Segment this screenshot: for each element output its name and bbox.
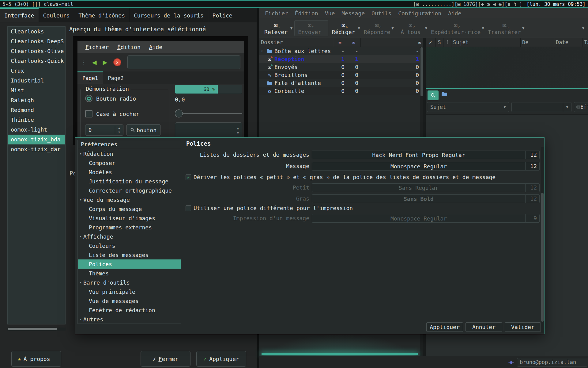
theme-tab[interactable]: Curseurs de la souris: [130, 8, 208, 22]
folder-row[interactable]: ▾ Réception 1 1 1: [259, 55, 423, 63]
claws-menu[interactable]: Vue: [322, 10, 338, 17]
column-folder[interactable]: Dossier: [259, 38, 333, 47]
bold-font-button[interactable]: Sans Bold 12: [312, 194, 540, 203]
quicksearch-input[interactable]: ▼: [511, 102, 571, 112]
tree-expander-icon[interactable]: ▾: [80, 235, 83, 239]
spin-button[interactable]: 0 ▲▼: [85, 125, 123, 136]
radio-button[interactable]: [85, 95, 92, 102]
theme-tab[interactable]: Thème d'icônes: [74, 8, 130, 22]
theme-list-item[interactable]: Clearlooks: [8, 27, 65, 36]
column-new[interactable]: ✉: [347, 38, 361, 47]
column-date[interactable]: Date: [554, 38, 582, 47]
theme-list-item[interactable]: oomox-tizix_bda: [8, 135, 65, 144]
folder-row[interactable]: ▾ Envoyés 0 0 0: [259, 63, 423, 71]
preview-menu[interactable]: Aide: [146, 44, 165, 50]
column-unread[interactable]: ✉: [333, 38, 347, 47]
theme-list-item[interactable]: Mist: [8, 86, 65, 95]
dropdown-arrow-icon[interactable]: ▼: [482, 26, 484, 30]
preview-tab[interactable]: Page1: [77, 71, 103, 84]
folder-list-font-button[interactable]: Hack Nerd Font Propo Regular 12: [312, 151, 540, 159]
message-font-button[interactable]: Monospace Regular 12: [312, 162, 540, 171]
account-selector[interactable]: bruno@pop.izia.lan: [517, 358, 587, 366]
claws-menu[interactable]: Édition: [292, 10, 321, 17]
toolbar-button[interactable]: Expéditeur·rice ▼: [429, 21, 486, 36]
toolbar-button[interactable]: Rédiger ▼: [328, 21, 362, 36]
expander-icon[interactable]: ▾: [261, 49, 265, 53]
combo-box[interactable]: ▲▼: [175, 122, 242, 140]
theme-tab[interactable]: Couleurs: [39, 8, 74, 22]
folder-row[interactable]: ▾ Corbeille 0 0 0: [259, 87, 423, 95]
message-list-empty[interactable]: [426, 47, 588, 89]
close-button[interactable]: ✗ Fermer: [141, 351, 190, 367]
close-icon[interactable]: ×: [113, 58, 121, 66]
theme-list-item[interactable]: ThinIce: [8, 115, 65, 125]
about-button[interactable]: ★ À propos: [11, 351, 61, 367]
prefs-tree-item[interactable]: ▾ Thèmes: [78, 269, 181, 278]
slider-handle[interactable]: [175, 109, 183, 117]
theme-list-item[interactable]: Redmond: [8, 105, 65, 115]
column-from[interactable]: De: [521, 38, 554, 47]
dropdown-arrow-icon[interactable]: ▼: [290, 26, 292, 30]
preview-menu[interactable]: Fichier: [82, 44, 112, 50]
folder-row[interactable]: ▾ Brouillons 0 0 0: [259, 71, 423, 79]
scrollbar-thumb[interactable]: [541, 193, 544, 322]
claws-menu[interactable]: Fichier: [262, 10, 291, 17]
prefs-tree-item[interactable]: ▾ Correcteur orthographique: [78, 186, 181, 195]
prefs-cancel-button[interactable]: Annuler: [466, 322, 502, 332]
derive-fonts-checkbox[interactable]: ✓: [186, 174, 191, 180]
theme-list[interactable]: ClearlooksClearlooks-DeepSClearlooks-Oli…: [7, 26, 66, 324]
theme-list-item[interactable]: Industrial: [8, 76, 65, 86]
theme-list-item[interactable]: Clearlooks-Olive: [8, 46, 65, 56]
prefs-tree-item[interactable]: ▾ Vue principale: [78, 287, 181, 296]
tree-expander-icon[interactable]: ▾: [80, 152, 83, 156]
quicksearch-clear-button[interactable]: Eff: [574, 102, 588, 112]
prefs-tree-item[interactable]: ▾ Liste des messages: [78, 250, 181, 259]
dropdown-arrow-icon[interactable]: ▼: [522, 26, 524, 30]
column-size[interactable]: Ta: [582, 38, 588, 47]
dropdown-arrow-icon[interactable]: ▼: [391, 26, 394, 30]
claws-menu[interactable]: Aide: [445, 10, 464, 17]
theme-list-item[interactable]: Raleigh: [8, 95, 65, 105]
toolbar-overflow-arrow-icon[interactable]: ▼: [582, 26, 586, 30]
column-status[interactable]: S: [435, 38, 443, 47]
prefs-tree-item[interactable]: ▾ Justification du message: [78, 177, 181, 186]
prefs-tree-item[interactable]: ▾ Corps du message: [78, 204, 181, 213]
apply-button[interactable]: ✓ Appliquer: [196, 351, 246, 367]
spin-arrows[interactable]: ▲▼: [115, 126, 123, 134]
column-total[interactable]: ✉: [361, 38, 423, 47]
folder-row[interactable]: ▾ Boîte aux lettres - - -: [259, 47, 423, 55]
column-mark[interactable]: ✓: [426, 38, 435, 47]
toolbar-button[interactable]: À tous ▼: [396, 21, 429, 36]
prefs-tree-item[interactable]: ▾ Visualiseur d'images: [78, 213, 181, 223]
toolbar-button[interactable]: Envoyer ▼: [294, 20, 328, 36]
prefs-tree-item[interactable]: ▾ Barre d'outils: [78, 278, 181, 287]
quicksearch-mode-select[interactable]: Sujet ▼: [427, 102, 509, 112]
preview-text-entry[interactable]: [127, 55, 240, 69]
theme-list-item[interactable]: oomox-light: [8, 125, 65, 135]
prefs-tree-item[interactable]: ▾ Autres: [78, 315, 181, 324]
dropdown-arrow-icon[interactable]: ▼: [425, 26, 427, 30]
prefs-tree-item[interactable]: ▾ Programmes externes: [78, 223, 181, 232]
prefs-tree-item[interactable]: ▾ Polices: [78, 259, 181, 269]
tree-expander-icon[interactable]: ▾: [80, 281, 83, 285]
prefs-tree-item[interactable]: ▾ Composer: [78, 158, 181, 167]
chevron-down-icon[interactable]: ▼: [563, 102, 571, 112]
preview-tab[interactable]: Page2: [103, 71, 128, 84]
theme-list-item[interactable]: Clearlooks-Quick: [8, 56, 65, 66]
scrollbar-thumb[interactable]: [8, 328, 57, 330]
prefs-tree-item[interactable]: ▾ Couleurs: [78, 241, 181, 250]
prefs-tree-scrollbar[interactable]: [541, 147, 544, 333]
dropdown-arrow-icon[interactable]: ▼: [358, 26, 360, 30]
prefs-tree-item[interactable]: ▾ Vue du message: [78, 195, 181, 204]
quicksearch-button[interactable]: [428, 90, 439, 100]
print-font-checkbox[interactable]: [186, 205, 191, 211]
toolbar-button[interactable]: Répondre ▼: [362, 21, 396, 36]
column-subject[interactable]: Sujet: [451, 38, 521, 47]
theme-tab[interactable]: Police: [208, 8, 237, 22]
forward-arrow-icon[interactable]: ▶: [103, 58, 107, 67]
demo-button[interactable]: bouton: [126, 124, 160, 136]
prefs-ok-button[interactable]: Valider: [505, 322, 541, 332]
tree-expander-icon[interactable]: ▾: [80, 317, 83, 321]
prefs-tree-item[interactable]: ▾ Rédaction: [78, 149, 181, 158]
preview-menu[interactable]: Édition: [114, 44, 144, 50]
